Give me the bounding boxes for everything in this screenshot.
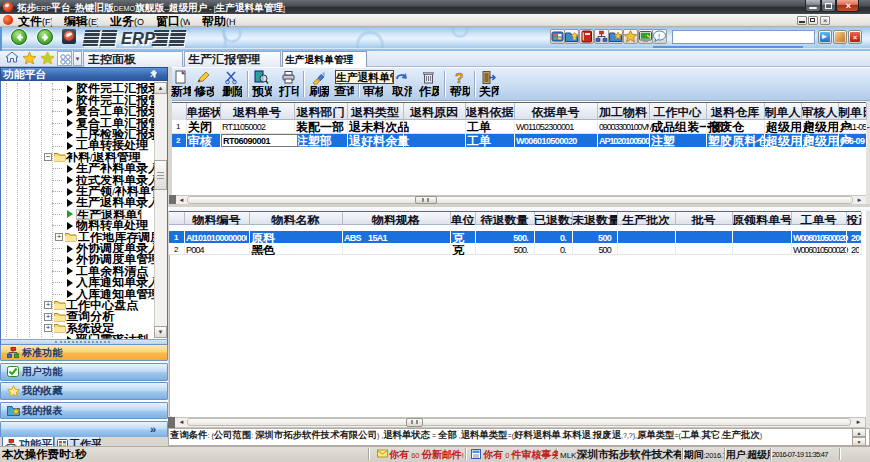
svg-text:?: ?: [455, 70, 464, 85]
svg-text:!: !: [658, 32, 660, 41]
